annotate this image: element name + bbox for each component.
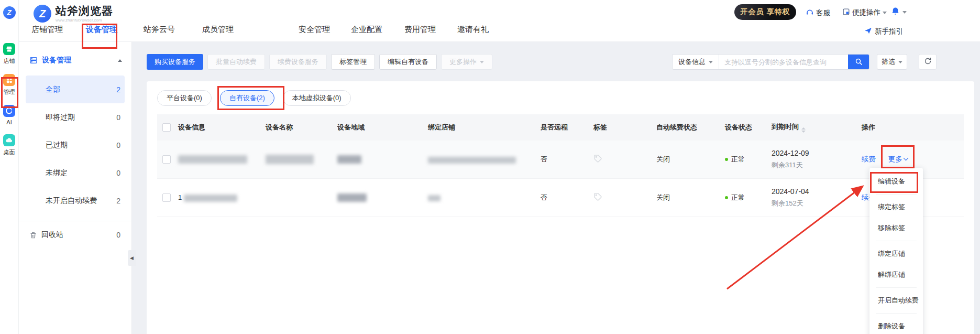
- renew-link[interactable]: 续费: [862, 155, 876, 163]
- tab-platform-devices[interactable]: 平台设备(0): [157, 90, 212, 106]
- col-device-info: 设备信息: [178, 123, 266, 132]
- more-link[interactable]: 更多: [888, 155, 908, 163]
- sidebar-collapse-handle[interactable]: ◀: [128, 250, 136, 266]
- tag-icon[interactable]: [593, 157, 602, 165]
- nav-security-manage[interactable]: 安全管理: [299, 25, 330, 35]
- nav-fee-manage[interactable]: 费用管理: [404, 25, 436, 35]
- sidebar-item-label: 回收站: [41, 230, 63, 240]
- customer-service[interactable]: 客服: [806, 8, 830, 18]
- tab-own-devices[interactable]: 自有设备(2): [220, 90, 274, 106]
- notification[interactable]: [890, 6, 907, 18]
- divider: [876, 313, 917, 314]
- table-header: 设备信息 设备名称 设备地域 绑定店铺 是否远程 标签 自动续费状态 设备状态 …: [157, 114, 964, 141]
- redacted-device-name: [266, 155, 314, 164]
- status-dot: [725, 196, 728, 199]
- nav-member-manage[interactable]: 成员管理: [202, 25, 234, 35]
- cell-status: 正常: [725, 155, 772, 164]
- toolbar-left: 购买设备服务 批量自动续费 续费设备服务 标签管理 编辑自有设备 更多操作: [147, 54, 492, 70]
- sidebar-section-label: 设备管理: [42, 56, 71, 65]
- sidebar-item-unbound[interactable]: 未绑定 0: [26, 159, 125, 187]
- menu-item-unbind-shop[interactable]: 解绑店铺: [869, 264, 923, 285]
- rail-item-manage[interactable]: 管理: [3, 74, 15, 96]
- cell-autorenew: 关闭: [656, 193, 725, 202]
- rail-item-desktop[interactable]: 桌面: [3, 134, 15, 156]
- rail-item-shop[interactable]: 店铺: [3, 43, 15, 65]
- device-info-prefix: 1: [178, 193, 182, 201]
- chevron-down-icon: [480, 61, 484, 63]
- quick-ops[interactable]: 便捷操作: [842, 8, 887, 17]
- menu-item-bind-shop[interactable]: 绑定店铺: [869, 243, 923, 264]
- col-device-status: 设备状态: [725, 123, 772, 132]
- sidebar-item-expired[interactable]: 已过期 0: [26, 131, 125, 159]
- panel-icon: [842, 8, 850, 17]
- more-ops-button[interactable]: 更多操作: [441, 54, 492, 70]
- menu-item-remove-tag[interactable]: 移除标签: [869, 218, 923, 239]
- beginner-guide-label: 新手指引: [875, 27, 903, 36]
- search-icon: [855, 58, 863, 67]
- bell-icon: [890, 6, 900, 18]
- row-checkbox[interactable]: [162, 155, 171, 164]
- beginner-guide[interactable]: 新手指引: [864, 27, 903, 36]
- menu-item-delete-device[interactable]: 删除设备: [869, 316, 923, 334]
- tab-local-virtual-devices[interactable]: 本地虚拟设备(0): [283, 90, 351, 106]
- vip-button[interactable]: 开会员 享特权: [734, 4, 796, 20]
- sidebar-item-recycle-bin[interactable]: 回收站 0: [19, 221, 131, 249]
- refresh-button[interactable]: [919, 54, 937, 70]
- filter-button[interactable]: 筛选: [877, 54, 907, 70]
- brand[interactable]: Z 站斧浏览器 www.zhanfubrowser.com: [34, 5, 113, 23]
- col-expire-time[interactable]: 到期时间: [772, 122, 862, 133]
- chevron-down-icon: [902, 11, 907, 14]
- cell-status: 正常: [725, 193, 772, 202]
- headset-icon: [806, 8, 814, 18]
- sidebar-item-expiring[interactable]: 即将过期 0: [26, 103, 125, 131]
- nav-cloud-account[interactable]: 站斧云号: [144, 25, 175, 35]
- device-icon: [29, 56, 38, 64]
- menu-item-enable-autorenew[interactable]: 开启自动续费: [869, 290, 923, 311]
- status-dot: [725, 158, 728, 161]
- nav-shop-manage[interactable]: 店铺管理: [31, 25, 63, 35]
- redacted-device-region: [337, 193, 367, 202]
- paper-plane-icon: [864, 27, 872, 36]
- edit-own-device-button[interactable]: 编辑自有设备: [379, 54, 437, 70]
- sidebar-item-all[interactable]: 全部 2: [26, 76, 125, 103]
- row-checkbox[interactable]: [162, 193, 171, 202]
- renew-service-button[interactable]: 续费设备服务: [269, 54, 327, 70]
- rail-label-manage: 管理: [4, 88, 15, 96]
- select-all-checkbox[interactable]: [162, 123, 171, 132]
- menu-item-edit-device[interactable]: 编辑设备: [869, 171, 923, 192]
- buy-device-button[interactable]: 购买设备服务: [147, 54, 203, 70]
- batch-autorenew-button[interactable]: 批量自动续费: [207, 54, 265, 70]
- col-device-name: 设备名称: [266, 123, 337, 132]
- redacted-bound-shop: [428, 195, 441, 201]
- search-button[interactable]: [848, 55, 869, 70]
- nav-device-manage[interactable]: 设备管理: [86, 25, 117, 35]
- rail-label-desktop: 桌面: [4, 148, 15, 156]
- tag-manage-button[interactable]: 标签管理: [331, 54, 375, 70]
- col-tag: 标签: [593, 123, 656, 132]
- sort-icon[interactable]: [801, 127, 806, 133]
- sidebar-item-count: 2: [116, 85, 120, 94]
- table-row[interactable]: 否 关闭 正常 2024-12-09 剩余311天 续费 更多: [157, 141, 964, 179]
- sidebar-section-device-manage[interactable]: 设备管理: [19, 42, 131, 70]
- search-input[interactable]: [719, 55, 848, 69]
- rail-label-shop: 店铺: [4, 57, 15, 65]
- sidebar-item-count: 0: [116, 113, 120, 122]
- sidebar-item-label: 即将过期: [46, 113, 75, 122]
- collapse-up-icon[interactable]: [118, 59, 122, 62]
- device-type-tabs: 平台设备(0) 自有设备(2) 本地虚拟设备(0): [147, 81, 974, 106]
- app-logo-icon[interactable]: Z: [3, 6, 16, 19]
- rail-item-ai[interactable]: AI: [3, 105, 15, 125]
- tag-icon[interactable]: [593, 195, 602, 203]
- sidebar-item-no-autorenew[interactable]: 未开启自动续费 2: [26, 187, 125, 214]
- nav-invite[interactable]: 邀请有礼: [457, 25, 489, 35]
- search-field-select[interactable]: 设备信息: [673, 55, 719, 69]
- search-group: 设备信息: [672, 54, 869, 70]
- ai-icon: [3, 105, 15, 117]
- toolbar-right: 设备信息 筛选: [672, 54, 937, 70]
- table-row[interactable]: 1 否 关闭 正常 2024-07-04 剩余152天 续费: [157, 179, 964, 217]
- nav-enterprise-config[interactable]: 企业配置: [351, 25, 382, 35]
- brand-name: 站斧浏览器: [56, 5, 113, 17]
- cell-remote: 否: [541, 155, 593, 164]
- refresh-icon: [924, 57, 932, 67]
- menu-item-bind-tag[interactable]: 绑定标签: [869, 197, 923, 218]
